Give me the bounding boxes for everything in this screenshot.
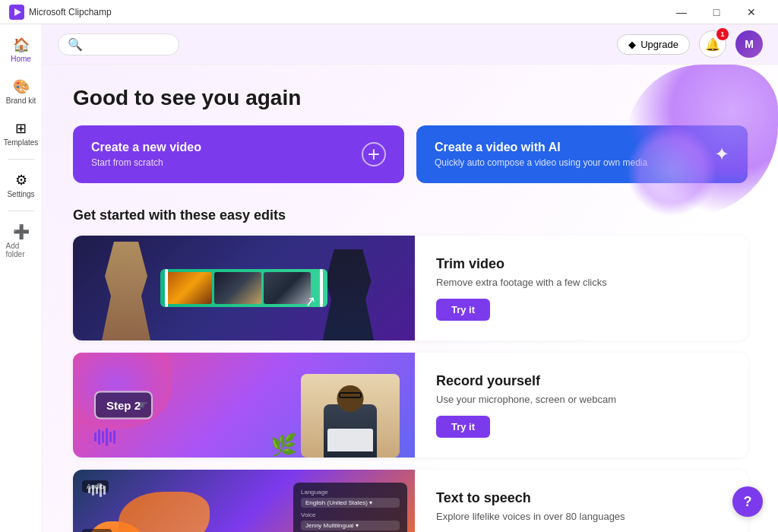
trim-frame-1 bbox=[165, 272, 212, 304]
create-new-video-card[interactable]: Create a new video Start from scratch + bbox=[73, 125, 404, 183]
templates-icon: ⊞ bbox=[15, 120, 27, 137]
person-silhouette-1 bbox=[96, 242, 157, 340]
sidebar-label-home: Home bbox=[11, 55, 31, 63]
create-label: Create bbox=[82, 529, 112, 532]
waveform-bar bbox=[88, 487, 90, 493]
maximize-button[interactable]: □ bbox=[699, 0, 734, 24]
waveform-bar bbox=[100, 483, 102, 497]
help-button[interactable]: ? bbox=[732, 486, 763, 517]
waveform-bar bbox=[103, 486, 106, 495]
close-button[interactable]: ✕ bbox=[734, 0, 769, 24]
record-yourself-try-button[interactable]: Try it bbox=[436, 416, 490, 438]
upgrade-label: Upgrade bbox=[640, 39, 678, 50]
app-logo-icon bbox=[9, 5, 24, 20]
frame-img-1 bbox=[165, 272, 212, 304]
notifications-button[interactable]: 🔔 1 bbox=[699, 30, 726, 58]
tts-title: Text to speech bbox=[436, 490, 726, 506]
app-title: Microsoft Clipchamp bbox=[29, 7, 112, 17]
create-ai-video-card[interactable]: Create a video with AI Quickly auto comp… bbox=[416, 125, 748, 183]
create-new-video-icon: + bbox=[362, 142, 386, 166]
sidebar-divider-2 bbox=[8, 211, 35, 211]
waveform-bar bbox=[102, 431, 104, 443]
home-icon: 🏠 bbox=[13, 36, 30, 53]
trim-handle-left bbox=[165, 269, 168, 307]
waveform-bar bbox=[94, 432, 96, 442]
trim-video-card: ↗ Trim video Remove extra footage with a… bbox=[73, 236, 748, 340]
trim-video-info: Trim video Remove extra footage with a f… bbox=[415, 236, 748, 340]
waveform bbox=[94, 428, 115, 446]
waveform-bar bbox=[96, 486, 98, 494]
person-head bbox=[337, 385, 364, 412]
create-new-video-title: Create a new video bbox=[91, 141, 201, 154]
bell-icon: 🔔 bbox=[705, 37, 720, 52]
sidebar-item-templates[interactable]: ⊞ Templates bbox=[3, 114, 40, 153]
sidebar-item-settings[interactable]: ⚙ Settings bbox=[3, 166, 40, 204]
record-yourself-illustration: Step 2 bbox=[73, 353, 415, 458]
trim-video-media: ↗ bbox=[73, 236, 415, 340]
tts-settings-panel: Language English (United States) ▾ Voice… bbox=[293, 483, 407, 532]
search-input[interactable] bbox=[87, 39, 171, 50]
person-with-laptop bbox=[301, 374, 400, 458]
filmstrip bbox=[160, 269, 327, 307]
trim-video-title: Trim video bbox=[436, 256, 726, 272]
app-logo: Microsoft Clipchamp bbox=[9, 5, 112, 20]
plant-decoration: 🌿 bbox=[270, 432, 297, 458]
search-icon: 🔍 bbox=[68, 37, 83, 52]
add-folder-button[interactable]: ➕ Add folder bbox=[3, 217, 40, 264]
sidebar-divider bbox=[8, 159, 35, 160]
record-yourself-title: Record yourself bbox=[436, 373, 726, 389]
page-content: Good to see you again Create a new video… bbox=[43, 65, 778, 532]
avatar[interactable]: M bbox=[735, 30, 763, 58]
waveform-bar bbox=[92, 485, 94, 496]
create-ai-video-subtitle: Quickly auto compose a video using your … bbox=[435, 157, 647, 168]
trim-frame-2 bbox=[214, 272, 261, 304]
header-actions: ◆ Upgrade 🔔 1 M bbox=[617, 30, 763, 58]
create-new-video-text: Create a new video Start from scratch bbox=[91, 141, 201, 168]
window-controls: — □ ✕ bbox=[664, 0, 769, 24]
upgrade-button[interactable]: ◆ Upgrade bbox=[617, 34, 690, 55]
language-value: English (United States) ▾ bbox=[301, 498, 400, 508]
wave-shape bbox=[119, 492, 210, 532]
notification-badge: 1 bbox=[716, 28, 729, 40]
sidebar-label-templates: Templates bbox=[4, 138, 39, 147]
sidebar-label-settings: Settings bbox=[7, 190, 34, 198]
create-ai-video-text: Create a video with AI Quickly auto comp… bbox=[435, 141, 647, 168]
tts-media: Audio Create Language English (United St… bbox=[73, 470, 415, 532]
glasses bbox=[339, 392, 362, 398]
trim-video-illustration: ↗ bbox=[73, 236, 415, 340]
record-yourself-card: Step 2 bbox=[73, 353, 748, 458]
sidebar-item-home[interactable]: 🏠 Home bbox=[3, 30, 40, 69]
waveform-bar bbox=[98, 429, 100, 445]
search-box[interactable]: 🔍 bbox=[58, 33, 179, 55]
person-silhouette-2 bbox=[320, 249, 377, 340]
tts-illustration: Audio Create Language English (United St… bbox=[73, 470, 415, 532]
voice-label: Voice bbox=[301, 511, 400, 518]
trim-video-try-button[interactable]: Try it bbox=[436, 299, 490, 321]
sidebar-item-brand-kit[interactable]: 🎨 Brand kit bbox=[3, 72, 40, 111]
header-bar: 🔍 ◆ Upgrade 🔔 1 M bbox=[43, 24, 778, 65]
app-container: 🏠 Home 🎨 Brand kit ⊞ Templates ⚙ Setting… bbox=[0, 24, 778, 532]
brand-kit-icon: 🎨 bbox=[13, 78, 30, 95]
waveform-bar bbox=[106, 428, 108, 446]
upgrade-icon: ◆ bbox=[628, 39, 636, 50]
sidebar-label-brand-kit: Brand kit bbox=[6, 97, 36, 105]
tts-desc: Explore lifelike voices in over 80 langu… bbox=[436, 511, 726, 522]
page-greeting: Good to see you again bbox=[73, 86, 748, 110]
settings-icon: ⚙ bbox=[15, 172, 27, 188]
create-ai-video-icon: ✦ bbox=[714, 144, 729, 165]
step-label: Step 2 bbox=[94, 391, 153, 420]
sidebar: 🏠 Home 🎨 Brand kit ⊞ Templates ⚙ Setting… bbox=[0, 24, 43, 532]
easy-edits-title: Get started with these easy edits bbox=[73, 207, 748, 223]
tts-info: Text to speech Explore lifelike voices i… bbox=[415, 470, 748, 532]
add-folder-label: Add folder bbox=[6, 242, 36, 258]
trim-video-desc: Remove extra footage with a few clicks bbox=[436, 277, 726, 288]
cta-row: Create a new video Start from scratch + … bbox=[73, 125, 748, 183]
record-yourself-info: Record yourself Use your microphone, scr… bbox=[415, 353, 748, 458]
minimize-button[interactable]: — bbox=[664, 0, 699, 24]
laptop-screen bbox=[327, 429, 373, 451]
main-content: 🔍 ◆ Upgrade 🔔 1 M G bbox=[43, 24, 778, 532]
waveform-bar bbox=[109, 432, 112, 442]
tts-card: Audio Create Language English (United St… bbox=[73, 470, 748, 532]
frame-img-2 bbox=[214, 272, 261, 304]
add-folder-icon: ➕ bbox=[13, 223, 30, 240]
